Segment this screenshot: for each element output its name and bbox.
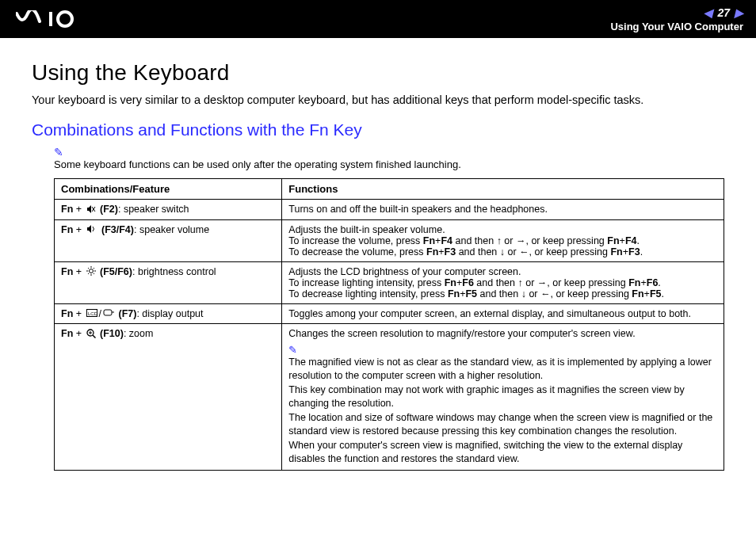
svg-rect-15 bbox=[104, 310, 112, 315]
note-block: ✎ Some keyboard functions can be used on… bbox=[54, 146, 724, 170]
note-line: This key combination may not work with g… bbox=[288, 383, 717, 410]
func-line: To increase the volume, press bbox=[288, 235, 423, 246]
display-icon bbox=[103, 308, 114, 319]
key-label: (F3/F4) bbox=[101, 224, 134, 235]
table-row: Fn + (F10): zoom Changes the screen reso… bbox=[55, 324, 724, 471]
key-label: Fn bbox=[423, 235, 435, 246]
key-label: Fn bbox=[610, 246, 622, 257]
right-arrow-icon: → bbox=[516, 235, 526, 246]
combo-cell: Fn + (F2): speaker switch bbox=[55, 200, 282, 220]
key-label: F3 bbox=[445, 246, 456, 257]
key-label: Fn bbox=[607, 235, 619, 246]
note-line: The location and size of software window… bbox=[288, 411, 717, 438]
section-heading: Combinations and Functions with the Fn K… bbox=[32, 120, 724, 139]
or-text: or bbox=[523, 277, 537, 288]
key-label: (F2) bbox=[100, 204, 118, 215]
func-line: To increase lighting intensity, press bbox=[288, 277, 444, 288]
lcd-icon: LCD bbox=[86, 308, 97, 319]
fn-label: Fn bbox=[61, 308, 73, 319]
func-line: , or keep pressing bbox=[550, 288, 632, 299]
table-row: Fn + (F5/F6): brightness control Adjusts… bbox=[55, 261, 724, 303]
or-text: or bbox=[505, 246, 519, 257]
table-row: Fn + LCD / (F7): display output Toggles … bbox=[55, 303, 724, 324]
combo-desc: : zoom bbox=[124, 328, 154, 339]
svg-line-12 bbox=[88, 273, 89, 274]
speaker-volume-icon bbox=[86, 224, 97, 235]
key-label: (F10) bbox=[100, 328, 124, 339]
page-number: 27 bbox=[717, 6, 730, 19]
fn-label: Fn bbox=[61, 266, 73, 277]
svg-line-11 bbox=[94, 268, 94, 269]
key-label: Fn bbox=[628, 277, 640, 288]
key-label: F4 bbox=[625, 235, 637, 246]
func-line: Changes the screen resolution to magnify… bbox=[288, 328, 635, 339]
svg-point-1 bbox=[58, 12, 72, 26]
key-label: F6 bbox=[647, 277, 659, 288]
note-icon: ✎ bbox=[288, 344, 717, 356]
table-row: Fn + (F3/F4): speaker volume Adjusts the… bbox=[55, 219, 724, 261]
combo-desc: : display output bbox=[136, 308, 203, 319]
svg-rect-0 bbox=[49, 12, 52, 26]
key-label: F6 bbox=[462, 277, 474, 288]
fn-label: Fn bbox=[61, 204, 73, 215]
note-line: The magnified view is not as clear as th… bbox=[288, 356, 717, 383]
combo-desc: : speaker switch bbox=[118, 204, 189, 215]
prev-page-arrow[interactable]: ◀ bbox=[704, 6, 712, 19]
fn-label: Fn bbox=[61, 328, 73, 339]
svg-point-4 bbox=[89, 269, 93, 273]
key-label: Fn bbox=[632, 288, 643, 299]
key-label: F3 bbox=[628, 246, 640, 257]
func-cell: Turns on and off the built-in speakers a… bbox=[282, 200, 724, 220]
combo-desc: : brightness control bbox=[132, 266, 216, 277]
page-nav: ◀ 27 ▶ bbox=[704, 6, 743, 19]
vaio-logo bbox=[16, 10, 95, 28]
note-text: Some keyboard functions can be used only… bbox=[54, 158, 724, 170]
next-page-arrow[interactable]: ▶ bbox=[735, 6, 743, 19]
combo-cell: Fn + LCD / (F7): display output bbox=[55, 303, 282, 324]
key-label: Fn bbox=[426, 246, 438, 257]
func-cell: Adjusts the LCD brightness of your compu… bbox=[282, 261, 724, 303]
speaker-mute-icon bbox=[86, 204, 96, 216]
intro-text: Your keyboard is very similar to a deskt… bbox=[32, 93, 724, 106]
func-line: and then bbox=[456, 246, 500, 257]
key-label: F4 bbox=[441, 235, 452, 246]
header-right: ◀ 27 ▶ Using Your VAIO Computer bbox=[610, 6, 743, 32]
svg-line-10 bbox=[94, 273, 94, 274]
brightness-icon bbox=[86, 266, 96, 278]
content: Using the Keyboard Your keyboard is very… bbox=[0, 38, 756, 486]
func-line: and then bbox=[452, 235, 497, 246]
func-line: and then bbox=[477, 288, 521, 299]
combo-cell: Fn + (F5/F6): brightness control bbox=[55, 261, 282, 303]
note-line: When your computer's screen view is magn… bbox=[288, 439, 717, 466]
svg-text:LCD: LCD bbox=[88, 311, 97, 316]
func-cell: Toggles among your computer screen, an e… bbox=[282, 303, 724, 324]
func-cell: Adjusts the built-in speaker volume. To … bbox=[282, 219, 724, 261]
section-label: Using Your VAIO Computer bbox=[610, 21, 743, 32]
key-label: (F5/F6) bbox=[100, 266, 132, 277]
func-line: , or keep pressing bbox=[529, 246, 611, 257]
col-header-func: Functions bbox=[282, 179, 724, 200]
combo-cell: Fn + (F10): zoom bbox=[55, 324, 282, 471]
table-row: Fn + (F2): speaker switch Turns on and o… bbox=[55, 200, 724, 220]
right-arrow-icon: → bbox=[537, 277, 548, 288]
note-icon: ✎ bbox=[54, 146, 63, 158]
combo-cell: Fn + (F3/F4): speaker volume bbox=[55, 219, 282, 261]
page-title: Using the Keyboard bbox=[32, 60, 724, 86]
fn-key-table: Combinations/Feature Functions Fn + (F2)… bbox=[54, 178, 724, 471]
key-label: F5 bbox=[465, 288, 477, 299]
func-line: To decrease lighting intensity, press bbox=[288, 288, 448, 299]
func-line: Adjusts the LCD brightness of your compu… bbox=[288, 266, 521, 277]
func-line: To decrease the volume, press bbox=[288, 246, 426, 257]
key-label: F5 bbox=[650, 288, 662, 299]
func-line: Adjusts the built-in speaker volume. bbox=[288, 224, 445, 235]
col-header-combo: Combinations/Feature bbox=[55, 179, 282, 200]
func-line: , or keep pressing bbox=[547, 277, 628, 288]
combo-desc: : speaker volume bbox=[134, 224, 209, 235]
func-line: and then bbox=[474, 277, 518, 288]
svg-line-9 bbox=[88, 268, 89, 269]
left-arrow-icon: ← bbox=[519, 246, 529, 257]
header-bar: ◀ 27 ▶ Using Your VAIO Computer bbox=[0, 0, 756, 38]
func-cell: Changes the screen resolution to magnify… bbox=[282, 324, 724, 471]
fn-label: Fn bbox=[61, 224, 73, 235]
zoom-note: The magnified view is not as clear as th… bbox=[288, 356, 717, 465]
